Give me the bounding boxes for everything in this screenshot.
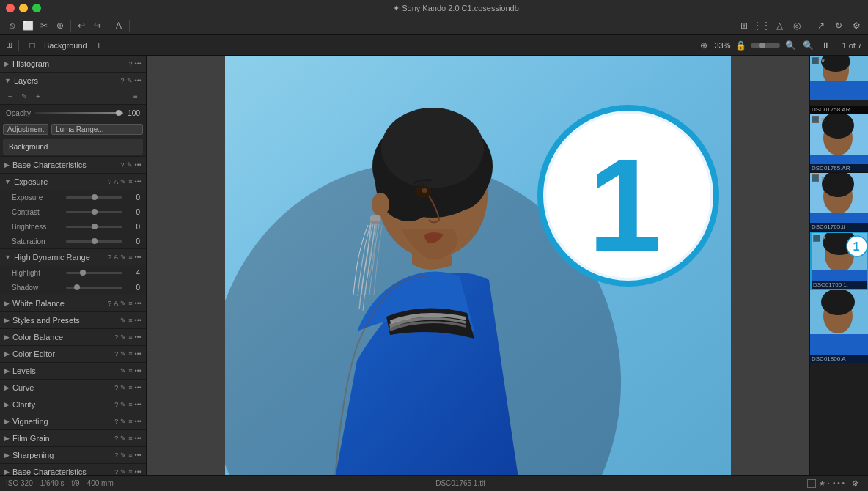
triangle-icon[interactable]: △ (772, 18, 787, 33)
background-label-btn[interactable]: Background (44, 41, 87, 50)
curve-header[interactable]: ▶ Curve ? ✎ ≡ ••• (0, 380, 146, 396)
toolbar-sep-1 (70, 20, 71, 32)
layers-minus-icon[interactable]: − (4, 91, 16, 103)
cut-tool-icon[interactable]: ✂ (37, 18, 51, 33)
filmstrip-item-5[interactable]: DSC01806.A (810, 290, 868, 363)
base-characteristics-header[interactable]: ▶ Base Characteristics ? ✎ ••• (0, 157, 146, 173)
view-icon[interactable]: ⊞ (737, 18, 751, 33)
color-editor-header[interactable]: ▶ Color Editor ? ✎ ≡ ••• (0, 346, 146, 362)
status-focal: 400 mm (87, 479, 114, 487)
brightness-slider[interactable] (66, 226, 122, 228)
styles-header[interactable]: ▶ Styles and Presets ✎ ≡ ••• (0, 312, 146, 328)
levels-section: ▶ Levels ✎ ≡ ••• (0, 363, 146, 380)
adjustment-type-box[interactable]: Adjustment (3, 124, 48, 135)
main-photo: 1 (225, 56, 731, 475)
circle-icon[interactable]: ◎ (790, 18, 804, 33)
white-balance-header[interactable]: ▶ White Balance ? A ✎ ≡ ••• (0, 295, 146, 311)
bc2-arrow: ▶ (4, 468, 10, 475)
opacity-row: Opacity 100 (0, 105, 146, 121)
svg-rect-11 (370, 215, 380, 221)
share-icon[interactable]: ↗ (814, 18, 828, 33)
wb-title: White Balance (12, 299, 108, 308)
histogram-more-icon[interactable]: ••• (135, 60, 141, 67)
svg-rect-18 (810, 81, 868, 100)
select-tool-icon[interactable]: ⎋ (4, 18, 19, 33)
brightness-slider-row: Brightness 0 (0, 219, 146, 234)
base-char-title: Base Characteristics (12, 160, 121, 169)
luma-range-select[interactable]: Luma Range... (51, 124, 143, 135)
contrast-slider[interactable] (66, 211, 122, 213)
vignetting-section: ▶ Vignetting ? ✎ ≡ ••• (0, 413, 146, 430)
filmstrip-checkbox-2[interactable] (812, 116, 819, 123)
text-tool-icon[interactable]: A (111, 18, 126, 33)
layers-help-icon[interactable]: ? (121, 77, 125, 84)
hdr-section: ▼ High Dynamic Range ? A ✎ ≡ ••• Highlig… (0, 249, 146, 295)
add-layer-icon[interactable]: + (92, 38, 106, 53)
layout-icon[interactable]: □ (25, 38, 40, 53)
grid-icon[interactable]: ⋮⋮ (754, 18, 769, 33)
sharpening-header[interactable]: ▶ Sharpening ? ✎ ≡ ••• (0, 447, 146, 463)
filmstrip-checkbox-1[interactable] (812, 57, 819, 64)
filmstrip-checkbox-4[interactable] (813, 235, 820, 242)
new-tool-icon[interactable]: ⊕ (53, 18, 67, 33)
layers-add-icon[interactable]: + (32, 91, 44, 103)
traffic-lights (6, 4, 41, 12)
refresh-icon[interactable]: ↻ (831, 18, 846, 33)
filmstrip-checkbox-3[interactable] (812, 174, 819, 182)
color-balance-header[interactable]: ▶ Color Balance ? ✎ ≡ ••• (0, 329, 146, 345)
close-button[interactable] (6, 4, 15, 12)
histogram-help-icon[interactable]: ? (129, 60, 133, 67)
highlight-value: 4 (125, 269, 140, 277)
fullscreen-button[interactable] (32, 4, 41, 12)
layers-edit-icon[interactable]: ✎ (127, 77, 133, 84)
redo-icon[interactable]: ↪ (90, 18, 105, 33)
status-settings-icon[interactable]: ⚙ (847, 476, 862, 491)
film-grain-header[interactable]: ▶ Film Grain ? ✎ ≡ ••• (0, 430, 146, 446)
layers-pencil-icon[interactable]: ✎ (18, 91, 30, 103)
cb-icons: ? ✎ ≡ ••• (114, 333, 141, 341)
levels-icons: ✎ ≡ ••• (120, 367, 141, 374)
minimize-button[interactable] (19, 4, 28, 12)
filmstrip-item-2[interactable]: ★ DSC01765.AR (810, 114, 868, 173)
background-layer-row[interactable]: Background (3, 139, 143, 155)
shadow-slider[interactable] (66, 287, 122, 289)
grid-view-button[interactable]: ⊞ (6, 40, 12, 50)
status-checkbox[interactable] (807, 479, 816, 488)
clarity-header[interactable]: ▶ Clarity ? ✎ ≡ ••• (0, 396, 146, 413)
exposure-header[interactable]: ▼ Exposure ? A ✎ ≡ ••• (0, 174, 146, 190)
content-area: ▶ Histogram ? ••• ▼ Layers ? ✎ ••• (0, 56, 868, 475)
hdr-header[interactable]: ▼ High Dynamic Range ? A ✎ ≡ ••• (0, 249, 146, 265)
saturation-label: Saturation (12, 237, 63, 246)
zoom-out-icon[interactable]: 🔍 (783, 38, 798, 53)
zoom-in-icon[interactable]: 🔍 (801, 38, 815, 53)
clarity-icons: ? ✎ ≡ ••• (114, 401, 141, 408)
saturation-slider[interactable] (66, 240, 122, 243)
filmstrip-item-1[interactable]: ★ DSC01758.AR (810, 56, 868, 114)
layers-more-icon[interactable]: ••• (135, 77, 141, 84)
histogram-header[interactable]: ▶ Histogram ? ••• (0, 56, 146, 72)
levels-header[interactable]: ▶ Levels ✎ ≡ ••• (0, 363, 146, 379)
opacity-slider[interactable] (35, 112, 123, 114)
photo-container: 1 (225, 56, 731, 475)
pause-icon[interactable]: ⏸ (818, 38, 833, 53)
settings-icon[interactable]: ⚙ (849, 18, 864, 33)
background-layer-label: Background (9, 143, 48, 151)
zoom-fit-icon[interactable]: ⊕ (696, 38, 711, 53)
saturation-slider-row: Saturation 0 (0, 234, 146, 248)
layers-header[interactable]: ▼ Layers ? ✎ ••• (0, 73, 146, 89)
highlight-slider[interactable] (66, 272, 122, 274)
crop-tool-icon[interactable]: ⬜ (21, 18, 35, 33)
undo-icon[interactable]: ↩ (74, 18, 89, 33)
layers-menu-icon[interactable]: ≡ (130, 91, 141, 103)
toolbar-sep-2 (108, 20, 108, 32)
base-char2-header[interactable]: ▶ Base Characteristics ? ✎ ≡ ••• (0, 464, 146, 475)
filmstrip-item-3[interactable]: ★ DSC01765.ti (810, 173, 868, 232)
zoom-lock-icon[interactable]: 🔒 (733, 38, 748, 53)
filmstrip-item-4[interactable]: 1 ★ DSC01765 1. (810, 232, 868, 290)
exposure-section: ▼ Exposure ? A ✎ ≡ ••• Exposure 0 Contra… (0, 174, 146, 249)
film-grain-section: ▶ Film Grain ? ✎ ≡ ••• (0, 430, 146, 447)
base-characteristics2-section: ▶ Base Characteristics ? ✎ ≡ ••• (0, 464, 146, 475)
vignetting-header[interactable]: ▶ Vignetting ? ✎ ≡ ••• (0, 413, 146, 429)
hdr-title: High Dynamic Range (14, 253, 108, 262)
exposure-slider[interactable] (66, 196, 122, 199)
